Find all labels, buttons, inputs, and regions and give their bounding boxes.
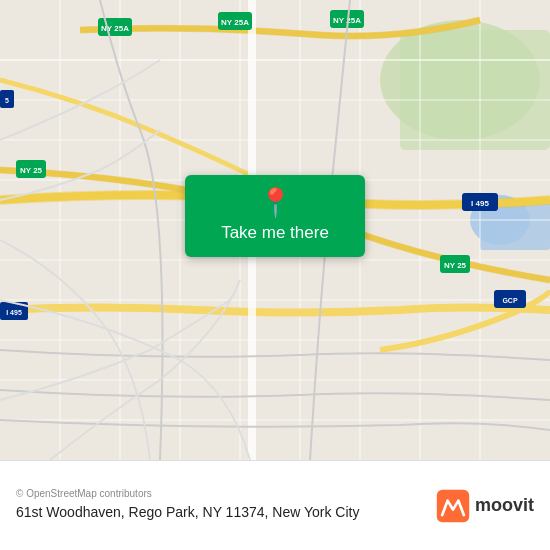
take-me-there-button[interactable]: 📍 Take me there bbox=[185, 175, 365, 257]
address-text: 61st Woodhaven, Rego Park, NY 11374, New… bbox=[16, 503, 435, 523]
location-pin-icon: 📍 bbox=[258, 189, 293, 217]
copyright-text: © OpenStreetMap contributors bbox=[16, 488, 435, 499]
moovit-brand-text: moovit bbox=[475, 495, 534, 516]
map-container: NY 25A NY 25A NY 25A NY 25 NY 25 5 I 495… bbox=[0, 0, 550, 460]
svg-text:NY 25A: NY 25A bbox=[101, 24, 129, 33]
svg-rect-3 bbox=[400, 30, 550, 150]
moovit-logo-icon bbox=[435, 488, 471, 524]
take-me-there-label: Take me there bbox=[221, 223, 329, 243]
address-section: © OpenStreetMap contributors 61st Woodha… bbox=[16, 488, 435, 523]
moovit-logo: moovit bbox=[435, 488, 534, 524]
svg-text:NY 25: NY 25 bbox=[444, 261, 467, 270]
svg-text:I 495: I 495 bbox=[6, 309, 22, 316]
svg-text:NY 25A: NY 25A bbox=[221, 18, 249, 27]
svg-text:I 495: I 495 bbox=[471, 199, 489, 208]
svg-text:5: 5 bbox=[5, 97, 9, 104]
svg-rect-43 bbox=[437, 489, 469, 521]
bottom-bar: © OpenStreetMap contributors 61st Woodha… bbox=[0, 460, 550, 550]
svg-text:GCP: GCP bbox=[502, 297, 518, 304]
svg-text:NY 25: NY 25 bbox=[20, 166, 43, 175]
